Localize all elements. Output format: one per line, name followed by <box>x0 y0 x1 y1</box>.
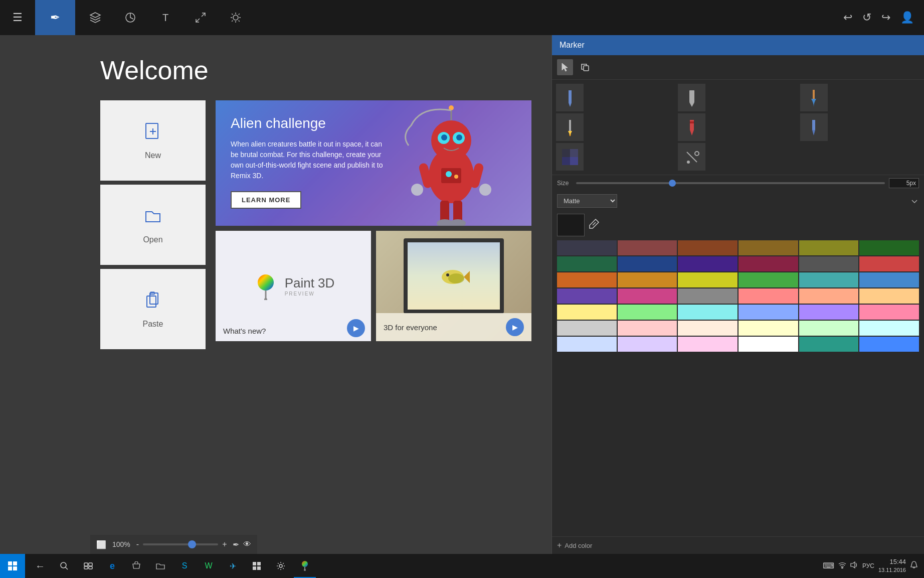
taskbar-paint3d-icon[interactable] <box>294 554 316 578</box>
color-swatch-0[interactable] <box>557 240 617 255</box>
whats-new-play-button[interactable]: ▶ <box>347 319 365 337</box>
color-swatch-19[interactable] <box>618 288 677 304</box>
color-swatch-30[interactable] <box>557 321 617 336</box>
color-swatch-15[interactable] <box>738 272 798 287</box>
taskbar-settings-icon[interactable] <box>270 554 292 578</box>
color-swatch-37[interactable] <box>618 337 677 352</box>
video-card-3d-everyone[interactable]: ✍ 3D for everyone ▶ <box>376 231 531 341</box>
taskbar-taskview-button[interactable] <box>77 554 99 578</box>
taskbar-telegram-icon[interactable]: ✈ <box>222 554 244 578</box>
brush-icon-2[interactable] <box>678 84 705 111</box>
add-color-button[interactable]: + Add color <box>552 536 924 554</box>
taskbar-whatsapp-icon[interactable]: W <box>198 554 220 578</box>
zoom-out-button[interactable]: - <box>136 540 139 549</box>
keyboard-icon[interactable]: ⌨ <box>823 561 834 570</box>
color-swatch-41[interactable] <box>859 337 919 352</box>
color-swatch-23[interactable] <box>859 288 919 304</box>
tool-text[interactable]: T <box>155 8 175 28</box>
tool-stickers[interactable] <box>120 8 140 28</box>
tool-3d[interactable] <box>85 8 105 28</box>
hero-cta-button[interactable]: LEARN MORE <box>231 191 301 209</box>
color-swatch-36[interactable] <box>557 337 617 352</box>
color-swatch-33[interactable] <box>738 321 798 336</box>
volume-icon[interactable] <box>850 561 858 570</box>
video-card-whats-new[interactable]: Paint 3D PREVIEW What's new? ▶ <box>216 231 371 341</box>
active-color-swatch[interactable] <box>557 214 585 236</box>
active-tool-brush[interactable]: ✒ <box>35 0 75 35</box>
brush-icon-1[interactable] <box>556 84 584 111</box>
cursor-tool-icon[interactable] <box>557 59 573 75</box>
zoom-in-button[interactable]: + <box>222 540 227 549</box>
taskbar-startmenu-icon[interactable] <box>246 554 268 578</box>
color-swatch-18[interactable] <box>557 288 617 304</box>
zoom-slider-thumb[interactable] <box>188 540 196 548</box>
color-swatch-27[interactable] <box>738 305 798 320</box>
system-clock[interactable]: 15:44 13.11.2016 <box>878 557 906 574</box>
network-icon[interactable] <box>838 561 846 570</box>
color-swatch-34[interactable] <box>799 321 859 336</box>
color-swatch-24[interactable] <box>557 305 617 320</box>
color-swatch-22[interactable] <box>799 288 859 304</box>
notification-icon[interactable] <box>910 561 918 570</box>
color-swatch-16[interactable] <box>799 272 859 287</box>
color-swatch-9[interactable] <box>738 256 798 271</box>
color-swatch-6[interactable] <box>557 256 617 271</box>
color-swatch-17[interactable] <box>859 272 919 287</box>
color-swatch-7[interactable] <box>618 256 677 271</box>
brush-icon-5[interactable] <box>678 113 705 141</box>
color-swatch-26[interactable] <box>678 305 737 320</box>
color-swatch-38[interactable] <box>678 337 737 352</box>
redo-icon[interactable]: ↺ <box>862 11 871 24</box>
brush-icon-8[interactable] <box>678 143 705 171</box>
account-icon[interactable]: 👤 <box>900 11 914 24</box>
tool-canvas[interactable] <box>191 8 211 28</box>
color-swatch-12[interactable] <box>557 272 617 287</box>
color-swatch-11[interactable] <box>859 256 919 271</box>
color-swatch-21[interactable] <box>738 288 798 304</box>
material-select[interactable]: Matte Glossy Metallic <box>557 194 617 208</box>
color-swatch-2[interactable] <box>678 240 737 255</box>
color-swatch-1[interactable] <box>618 240 677 255</box>
brush-icon-6[interactable] <box>800 113 828 141</box>
color-swatch-20[interactable] <box>678 288 737 304</box>
color-swatch-40[interactable] <box>799 337 859 352</box>
color-swatch-14[interactable] <box>678 272 737 287</box>
color-swatch-3[interactable] <box>738 240 798 255</box>
taskbar-back-button[interactable]: ← <box>29 554 51 578</box>
color-swatch-4[interactable] <box>799 240 859 255</box>
language-indicator[interactable]: РУС <box>862 562 874 569</box>
taskbar-skype-icon[interactable]: S <box>173 554 196 578</box>
color-swatch-28[interactable] <box>799 305 859 320</box>
new-button[interactable]: New <box>100 100 206 181</box>
size-slider-thumb[interactable] <box>669 180 676 187</box>
color-swatch-39[interactable] <box>738 337 798 352</box>
color-swatch-13[interactable] <box>618 272 677 287</box>
color-swatch-25[interactable] <box>618 305 677 320</box>
size-input[interactable] <box>889 178 919 188</box>
brush-icon-7[interactable] <box>556 143 584 171</box>
undo-icon[interactable]: ↩ <box>843 11 852 24</box>
color-swatch-35[interactable] <box>859 321 919 336</box>
zoom-slider-track[interactable] <box>143 543 218 545</box>
taskbar-store-icon[interactable] <box>125 554 147 578</box>
color-swatch-31[interactable] <box>618 321 677 336</box>
paste-button[interactable]: Paste <box>100 269 206 349</box>
size-slider-track[interactable] <box>576 182 885 184</box>
color-swatch-8[interactable] <box>678 256 737 271</box>
hamburger-menu[interactable]: ☰ <box>0 0 35 35</box>
start-button[interactable] <box>0 554 25 578</box>
color-swatch-5[interactable] <box>859 240 919 255</box>
taskbar-search-button[interactable] <box>53 554 75 578</box>
brush-icon-4[interactable] <box>556 113 584 141</box>
taskbar-edge-icon[interactable]: e <box>101 554 123 578</box>
copy-tool-icon[interactable] <box>577 59 593 75</box>
zoom-eye-icon[interactable]: 👁 <box>243 540 251 549</box>
zoom-canvas-icon[interactable]: ⬜ <box>96 540 106 549</box>
color-swatch-10[interactable] <box>799 256 859 271</box>
eyedropper-icon[interactable] <box>589 218 600 232</box>
taskbar-files-icon[interactable] <box>149 554 171 578</box>
tool-effects[interactable] <box>226 8 246 28</box>
3d-everyone-play-button[interactable]: ▶ <box>506 318 524 336</box>
zoom-brush-icon[interactable]: ✒ <box>233 540 239 549</box>
color-swatch-32[interactable] <box>678 321 737 336</box>
